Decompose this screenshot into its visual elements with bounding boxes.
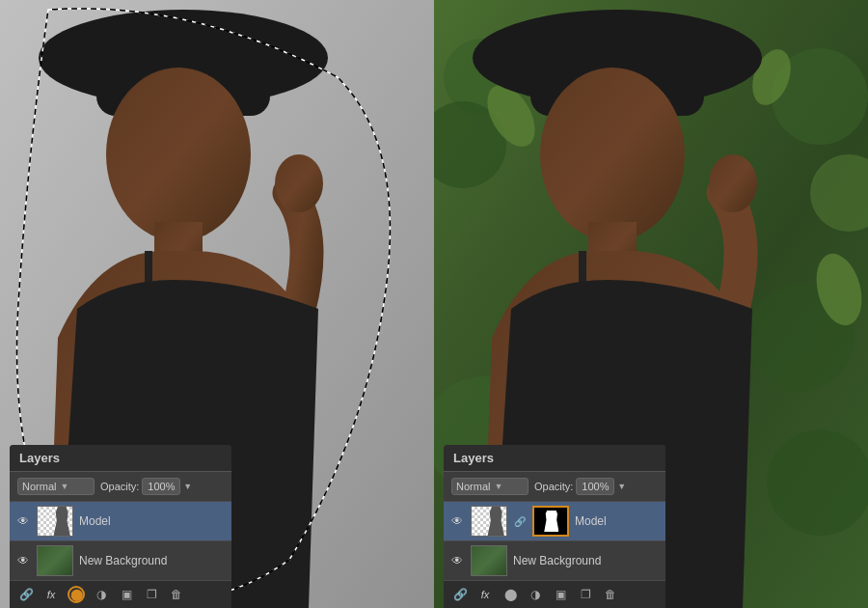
left-toolbar-trash[interactable]: 🗑	[168, 586, 185, 603]
left-layers-header: Layers	[10, 445, 231, 472]
left-toolbar-link[interactable]: 🔗	[17, 586, 35, 603]
right-layers-panel: Layers Normal ▼ Opacity: 100% ▼ 👁 🔗	[444, 445, 665, 608]
left-opacity-chevron: ▼	[183, 482, 192, 491]
left-thumb-model	[37, 506, 73, 537]
right-opacity-label: Opacity:	[534, 481, 573, 492]
right-eye-bg[interactable]: 👁	[449, 553, 465, 568]
right-toolbar-fx[interactable]: fx	[476, 586, 494, 603]
right-toolbar-trash[interactable]: 🗑	[602, 586, 619, 603]
svg-point-3	[106, 68, 251, 241]
right-layer-model-name: Model	[575, 514, 660, 528]
left-layer-model-name: Model	[79, 514, 226, 528]
right-layer-bg[interactable]: 👁 New Background	[444, 541, 665, 581]
right-blend-mode-value: Normal	[456, 481, 490, 492]
right-toolbar-duplicate[interactable]: ❐	[577, 586, 594, 603]
left-blend-mode-value: Normal	[22, 481, 56, 492]
right-panel: Layers Normal ▼ Opacity: 100% ▼ 👁 🔗	[434, 0, 868, 608]
left-eye-bg[interactable]: 👁	[15, 553, 31, 568]
left-panel: Layers Normal ▼ Opacity: 100% ▼ 👁 Model	[0, 0, 434, 608]
right-opacity-control: Opacity: 100% ▼	[534, 478, 626, 495]
svg-point-6	[275, 154, 323, 212]
left-eye-model[interactable]: 👁	[15, 513, 31, 529]
left-opacity-value[interactable]: 100%	[142, 478, 180, 495]
left-opacity-label: Opacity:	[100, 481, 139, 492]
right-thumb-bg	[471, 545, 507, 576]
svg-point-25	[709, 154, 757, 212]
svg-point-16	[767, 429, 868, 536]
right-layers-title: Layers	[453, 451, 494, 465]
right-opacity-chevron: ▼	[617, 482, 626, 491]
right-toolbar-link[interactable]: 🔗	[451, 586, 469, 603]
left-layers-title: Layers	[19, 451, 60, 465]
right-blend-chevron: ▼	[494, 482, 502, 491]
right-thumb-mask	[532, 506, 569, 537]
left-toolbar-brush[interactable]: ◑	[93, 586, 110, 603]
left-toolbar-folder[interactable]: ▣	[118, 586, 135, 603]
right-toolbar-folder[interactable]: ▣	[552, 586, 569, 603]
right-thumb-model	[471, 506, 507, 537]
left-layer-model[interactable]: 👁 Model	[10, 502, 231, 541]
left-blend-row: Normal ▼ Opacity: 100% ▼	[10, 472, 231, 502]
left-toolbar-fx[interactable]: fx	[42, 586, 60, 603]
left-thumb-bg	[37, 545, 73, 576]
right-toolbar-camera[interactable]: ⬤	[502, 586, 519, 603]
right-link-icon: 🔗	[513, 514, 527, 528]
svg-point-22	[540, 68, 685, 241]
right-layer-model[interactable]: 👁 🔗 Model	[444, 502, 665, 541]
left-opacity-control: Opacity: 100% ▼	[100, 478, 192, 495]
left-layers-toolbar: 🔗 fx ⬤ ◑ ▣ ❐ 🗑	[10, 581, 231, 608]
right-blend-mode[interactable]: Normal ▼	[451, 478, 529, 495]
left-layers-panel: Layers Normal ▼ Opacity: 100% ▼ 👁 Model	[10, 445, 231, 608]
left-blend-chevron: ▼	[60, 482, 68, 491]
right-layer-bg-name: New Background	[513, 554, 660, 567]
right-opacity-value[interactable]: 100%	[576, 478, 614, 495]
right-blend-row: Normal ▼ Opacity: 100% ▼	[444, 472, 665, 502]
left-blend-mode[interactable]: Normal ▼	[17, 478, 95, 495]
right-toolbar-brush[interactable]: ◑	[527, 586, 544, 603]
right-layers-header: Layers	[444, 445, 665, 472]
left-layer-bg[interactable]: 👁 New Background	[10, 541, 231, 581]
left-toolbar-duplicate[interactable]: ❐	[143, 586, 160, 603]
left-layer-bg-name: New Background	[79, 554, 226, 567]
right-layers-toolbar: 🔗 fx ⬤ ◑ ▣ ❐ 🗑	[444, 581, 665, 608]
left-toolbar-camera[interactable]: ⬤	[68, 586, 85, 603]
right-eye-model[interactable]: 👁	[449, 513, 465, 529]
